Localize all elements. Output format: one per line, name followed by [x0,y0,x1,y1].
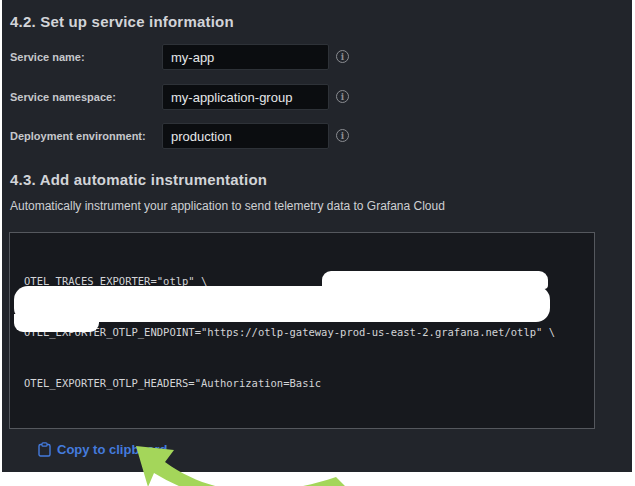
service-namespace-input[interactable] [162,84,329,110]
copy-to-clipboard-label: Copy to clipboard [57,442,168,457]
code-line: OTEL_EXPORTER_OTLP_ENDPOINT="https://otl… [24,324,584,341]
service-name-info-icon[interactable]: i [336,50,349,63]
service-name-label: Service name: [10,51,160,63]
service-name-input[interactable] [162,44,329,70]
deployment-environment-label: Deployment environment: [10,130,160,142]
screenshot-root: 4.2. Set up service information Service … [0,0,635,486]
clipboard-icon [38,442,51,457]
section-heading-service-info: 4.2. Set up service information [10,13,234,30]
code-block: OTEL_TRACES_EXPORTER="otlp" \ OTEL_EXPOR… [9,232,595,429]
service-namespace-info-icon[interactable]: i [336,90,349,103]
deployment-environment-input[interactable] [162,123,329,149]
code-line-redacted [24,477,584,486]
code-line: OTEL_EXPORTER_OTLP_HEADERS="Authorizatio… [24,375,584,392]
setup-panel: 4.2. Set up service information Service … [2,0,632,472]
instrumentation-description: Automatically instrument your applicatio… [10,199,445,213]
deployment-environment-info-icon[interactable]: i [336,129,349,142]
service-namespace-label: Service namespace: [10,91,160,103]
section-heading-instrumentation: 4.3. Add automatic instrumentation [10,171,267,188]
copy-to-clipboard-button[interactable]: Copy to clipboard [38,440,168,458]
redaction-block [14,314,99,332]
